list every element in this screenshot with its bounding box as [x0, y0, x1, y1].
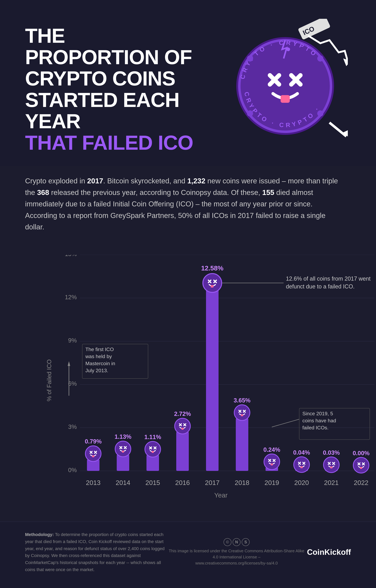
svg-rect-121	[360, 467, 362, 469]
svg-text:3.65%: 3.65%	[234, 397, 250, 404]
footer-section: Methodology: To determine the proportion…	[0, 522, 376, 583]
svg-text:Year: Year	[214, 492, 228, 499]
svg-text:S: S	[244, 540, 247, 544]
svg-text:Since 2019, 5: Since 2019, 5	[302, 411, 333, 416]
cc-icons: © N S	[224, 538, 250, 546]
svg-rect-47	[122, 451, 124, 452]
svg-text:coins have had: coins have had	[302, 418, 336, 423]
svg-line-139	[272, 419, 299, 427]
svg-text:2019: 2019	[264, 479, 279, 486]
svg-text:0.03%: 0.03%	[323, 449, 340, 456]
title-line2: CRYPTO COINS	[25, 68, 197, 89]
svg-point-116	[353, 457, 369, 473]
svg-text:2022: 2022	[354, 479, 368, 486]
header-section: THE PROPORTION OF CRYPTO COINS STARTED E…	[0, 0, 376, 166]
svg-text:3%: 3%	[68, 424, 77, 430]
svg-point-12	[286, 47, 290, 51]
title-block: THE PROPORTION OF CRYPTO COINS STARTED E…	[25, 19, 197, 153]
svg-rect-65	[182, 428, 184, 430]
svg-text:2014: 2014	[116, 479, 130, 486]
title-line3: STARTED EACH YEAR	[25, 89, 197, 132]
svg-text:0%: 0%	[68, 467, 77, 473]
svg-point-13	[247, 110, 253, 116]
svg-text:July 2013.: July 2013.	[85, 368, 108, 373]
page-wrapper: THE PROPORTION OF CRYPTO COINS STARTED E…	[0, 0, 376, 583]
svg-line-17	[330, 123, 346, 136]
svg-text:1.13%: 1.13%	[115, 433, 131, 440]
svg-point-15	[247, 55, 253, 62]
svg-point-60	[175, 418, 190, 434]
chart-svg: 0% 3% 6% 9% 12% 15%	[56, 255, 376, 505]
title-accent: THAT FAILED ICO	[25, 132, 197, 153]
svg-text:2015: 2015	[145, 479, 160, 486]
svg-text:The first ICO: The first ICO	[85, 346, 114, 352]
svg-text:2020: 2020	[294, 479, 309, 486]
svg-text:failed ICOs.: failed ICOs.	[302, 425, 329, 430]
svg-text:0.79%: 0.79%	[85, 438, 102, 445]
svg-rect-68	[206, 289, 219, 471]
coin-illustration: ICO CRYPTO · CRYPTO · CRYPTO · CRYPTO ·	[226, 19, 351, 144]
svg-text:12%: 12%	[65, 294, 77, 301]
svg-rect-86	[241, 414, 243, 416]
svg-text:12.58%: 12.58%	[201, 264, 223, 272]
methodology-text: To determine the proportion of crypto co…	[25, 532, 164, 572]
svg-text:was held by: was held by	[85, 354, 112, 359]
svg-point-33	[85, 446, 101, 462]
svg-rect-80	[236, 418, 248, 471]
svg-rect-104	[301, 466, 303, 468]
svg-marker-145	[68, 361, 70, 366]
footer-methodology: Methodology: To determine the proportion…	[25, 531, 166, 573]
intro-section: Crypto exploded in 2017. Bitcoin skyrock…	[0, 166, 376, 245]
svg-point-14	[317, 110, 323, 116]
chart-section: % of Failed ICO 0% 3% 6% 9%	[0, 245, 376, 522]
intro-paragraph: Crypto exploded in 2017. Bitcoin skyrock…	[25, 175, 338, 233]
svg-point-108	[323, 457, 339, 472]
svg-rect-95	[271, 463, 273, 465]
svg-point-51	[145, 441, 161, 457]
footer-logo: CoinKickoff	[307, 548, 351, 557]
y-axis-title: % of Failed ICO	[46, 359, 53, 401]
svg-rect-74	[211, 285, 214, 287]
svg-rect-56	[152, 451, 154, 453]
footer-license-block: © N S This image is licensed under the C…	[166, 538, 307, 566]
svg-text:1.11%: 1.11%	[144, 434, 161, 440]
svg-text:12.6% of all coins from 2017 w: 12.6% of all coins from 2017 went	[286, 275, 371, 282]
svg-rect-59	[176, 432, 189, 471]
svg-text:0.00%: 0.00%	[353, 450, 370, 456]
svg-point-16	[317, 55, 323, 62]
svg-rect-113	[330, 466, 333, 468]
svg-text:2021: 2021	[324, 479, 339, 486]
svg-rect-38	[92, 455, 94, 457]
svg-text:2018: 2018	[235, 479, 249, 486]
svg-point-90	[264, 454, 280, 470]
svg-text:2.72%: 2.72%	[174, 410, 191, 417]
title-line1: THE PROPORTION OF	[25, 25, 197, 68]
svg-text:6%: 6%	[68, 380, 77, 387]
svg-text:0.04%: 0.04%	[293, 449, 310, 456]
svg-text:0.24%: 0.24%	[263, 446, 280, 453]
svg-text:9%: 9%	[68, 337, 77, 344]
svg-text:N: N	[235, 540, 238, 544]
svg-text:2016: 2016	[175, 479, 190, 486]
svg-text:©: ©	[226, 540, 229, 544]
footer-license-text: This image is licensed under the Creativ…	[166, 548, 307, 566]
svg-point-81	[234, 405, 250, 420]
svg-text:15%: 15%	[65, 255, 77, 257]
svg-text:2013: 2013	[86, 479, 100, 486]
svg-rect-11	[280, 95, 290, 103]
svg-point-69	[203, 273, 222, 292]
svg-text:2017: 2017	[205, 479, 219, 486]
methodology-label: Methodology:	[25, 532, 54, 537]
svg-point-99	[294, 457, 309, 472]
svg-point-42	[115, 441, 131, 457]
svg-text:Mastercoin in: Mastercoin in	[85, 361, 115, 366]
svg-text:defunct due to a failed ICO.: defunct due to a failed ICO.	[286, 283, 355, 290]
